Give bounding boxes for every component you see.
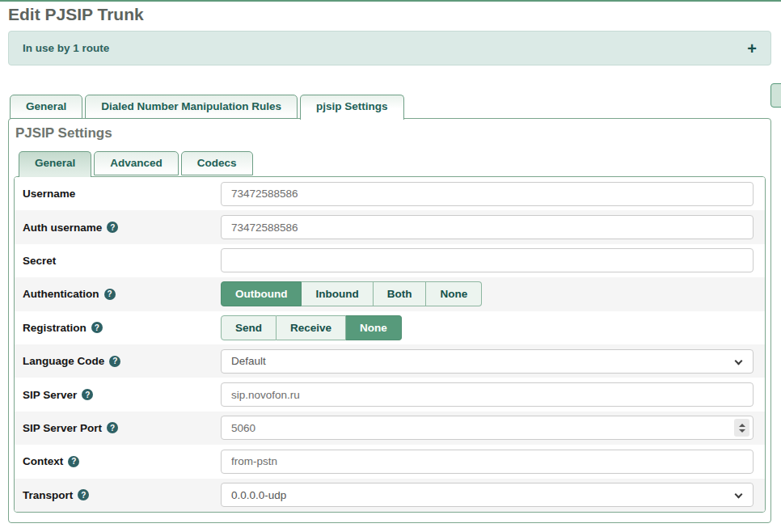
help-icon[interactable]: ? — [78, 489, 89, 500]
form-row-registration: Registration ? Send Receive None — [15, 311, 765, 344]
field-label: Auth username ? — [23, 222, 221, 234]
registration-receive-button[interactable]: Receive — [277, 315, 346, 340]
field-label-text: Authentication — [23, 288, 99, 300]
field-label: SIP Server ? — [23, 389, 221, 401]
field-label-text: SIP Server Port — [23, 422, 102, 434]
authentication-outbound-button[interactable]: Outbound — [221, 281, 302, 306]
authentication-inbound-button[interactable]: Inbound — [302, 281, 373, 306]
field-label: Registration ? — [23, 322, 221, 334]
authentication-none-button[interactable]: None — [426, 281, 482, 306]
tab-dialed-number-manipulation-rules[interactable]: Dialed Number Manipulation Rules — [85, 95, 298, 119]
field-label: SIP Server Port ? — [23, 422, 221, 434]
form-row-secret: Secret — [15, 244, 765, 277]
field-control — [221, 382, 754, 407]
field-label-text: Transport — [23, 489, 73, 501]
sticky-side-button[interactable] — [770, 83, 781, 108]
field-label-text: SIP Server — [23, 389, 77, 401]
in-use-banner[interactable]: In use by 1 route + — [8, 31, 771, 65]
top-accent-bar — [0, 0, 781, 2]
username-input[interactable] — [221, 182, 754, 206]
auth-username-input[interactable] — [221, 215, 754, 239]
chevron-down-icon — [735, 357, 743, 365]
field-control — [221, 450, 754, 474]
language-code-select[interactable]: Default — [221, 349, 754, 374]
field-label-text: Language Code — [23, 355, 104, 367]
field-label-text: Registration — [23, 322, 87, 334]
field-label: Context ? — [23, 455, 221, 467]
authentication-button-group: Outbound Inbound Both None — [221, 281, 482, 306]
stepper-up-icon[interactable] — [739, 424, 745, 427]
help-icon[interactable]: ? — [91, 322, 103, 333]
form-row-context: Context ? — [15, 445, 765, 478]
trunk-tab-bar: General Dialed Number Manipulation Rules… — [10, 95, 404, 120]
tab-general[interactable]: General — [10, 95, 82, 119]
form-row-sip-server: SIP Server ? — [15, 378, 765, 411]
context-input[interactable] — [221, 450, 754, 474]
secret-input[interactable] — [221, 248, 754, 272]
subtab-advanced[interactable]: Advanced — [94, 151, 179, 175]
pjsip-subtab-bar: General Advanced Codecs — [19, 151, 253, 177]
form-row-auth-username: Auth username ? — [15, 210, 765, 243]
form-row-language-code: Language Code ? Default — [15, 344, 765, 378]
section-heading: PJSIP Settings — [15, 125, 112, 141]
sip-server-port-input[interactable] — [221, 416, 754, 440]
transport-select[interactable]: 0.0.0.0-udp — [221, 483, 754, 507]
number-stepper[interactable] — [734, 419, 749, 437]
help-icon[interactable]: ? — [82, 389, 93, 400]
expand-plus-icon[interactable]: + — [747, 40, 757, 57]
field-label-text: Username — [23, 188, 75, 200]
chevron-down-icon — [735, 491, 743, 499]
field-label: Secret — [23, 255, 221, 267]
help-icon[interactable]: ? — [107, 222, 118, 233]
registration-none-button[interactable]: None — [346, 315, 402, 340]
authentication-both-button[interactable]: Both — [374, 281, 427, 306]
form-row-username: Username — [15, 177, 765, 210]
sip-server-input[interactable] — [221, 382, 754, 407]
pjsip-general-form: Username Auth username ? Secret — [14, 176, 766, 513]
subtab-general[interactable]: General — [19, 151, 91, 177]
form-row-authentication: Authentication ? Outbound Inbound Both N… — [15, 277, 765, 310]
field-label: Language Code ? — [23, 355, 221, 367]
field-label-text: Auth username — [23, 222, 102, 234]
field-control: 0.0.0.0-udp — [221, 483, 754, 507]
field-label-text: Context — [23, 455, 63, 467]
field-label: Authentication ? — [23, 288, 221, 300]
field-control — [221, 215, 754, 239]
language-code-selected-value: Default — [231, 355, 266, 367]
help-icon[interactable]: ? — [109, 356, 120, 367]
field-control — [221, 248, 754, 272]
field-control: Default — [221, 349, 754, 374]
tab-pjsip-settings[interactable]: pjsip Settings — [300, 95, 404, 120]
pjsip-settings-panel: PJSIP Settings General Advanced Codecs U… — [8, 118, 771, 523]
help-icon[interactable]: ? — [107, 422, 118, 433]
field-control: Outbound Inbound Both None — [221, 281, 754, 306]
subtab-codecs[interactable]: Codecs — [181, 151, 253, 175]
field-control — [221, 182, 754, 206]
transport-selected-value: 0.0.0.0-udp — [231, 489, 286, 501]
form-row-transport: Transport ? 0.0.0.0-udp — [15, 479, 765, 512]
field-label: Username — [23, 188, 221, 200]
form-row-sip-server-port: SIP Server Port ? — [15, 412, 765, 445]
in-use-banner-text: In use by 1 route — [23, 42, 109, 54]
field-control — [221, 416, 754, 440]
field-control: Send Receive None — [221, 315, 754, 340]
field-label-text: Secret — [23, 255, 56, 267]
stepper-down-icon[interactable] — [739, 429, 745, 433]
field-label: Transport ? — [23, 489, 221, 501]
registration-button-group: Send Receive None — [221, 315, 402, 340]
page-title: Edit PJSIP Trunk — [8, 5, 144, 24]
help-icon[interactable]: ? — [104, 289, 116, 300]
help-icon[interactable]: ? — [68, 456, 79, 467]
registration-send-button[interactable]: Send — [221, 315, 277, 340]
